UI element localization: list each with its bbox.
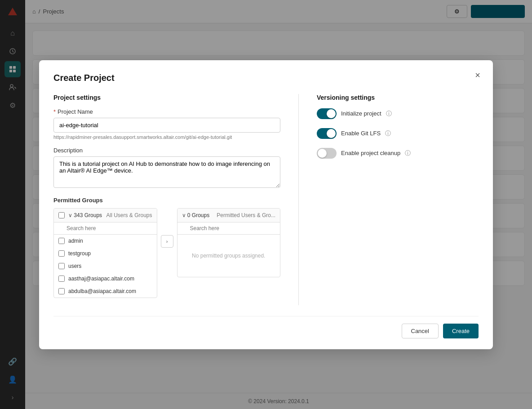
description-textarea[interactable] <box>53 156 280 188</box>
groups-left-header: ∨ 343 Groups All Users & Groups <box>54 209 157 222</box>
group-checkbox-testgroup[interactable] <box>58 250 65 257</box>
groups-right-search-wrapper: 🔍 <box>177 222 280 235</box>
description-field: Description <box>53 147 280 190</box>
groups-left-list: admin testgroup users <box>54 235 157 298</box>
groups-right-filter: Permitted Users & Gro... <box>217 212 275 218</box>
initialize-project-toggle[interactable] <box>317 108 337 119</box>
group-name-admin: admin <box>68 238 83 244</box>
groups-left-filter: All Users & Groups <box>106 212 152 218</box>
groups-right-list: No permitted groups assigned. <box>177 235 280 277</box>
groups-empty-message: No permitted groups assigned. <box>177 235 280 277</box>
enable-cleanup-info-icon[interactable]: ⓘ <box>405 149 411 157</box>
group-checkbox-users[interactable] <box>58 263 65 269</box>
groups-left-count: ∨ 343 Groups <box>68 212 102 218</box>
permitted-groups-field: Permitted Groups ∨ 343 Groups All Users … <box>53 197 280 298</box>
toggle-knob-cleanup <box>318 149 327 158</box>
cancel-button[interactable]: Cancel <box>402 324 439 338</box>
enable-git-lfs-info-icon[interactable]: ⓘ <box>385 129 391 138</box>
group-name-testgroup: testgroup <box>68 250 91 257</box>
modal-title: Create Project <box>53 73 479 83</box>
project-name-input[interactable] <box>53 118 280 133</box>
groups-right-panel: ∨ 0 Groups Permitted Users & Gro... 🔍 <box>177 208 281 277</box>
project-settings-title: Project settings <box>53 94 280 101</box>
groups-right-header: ∨ 0 Groups Permitted Users & Gro... <box>177 209 280 222</box>
groups-right-count: ∨ 0 Groups <box>182 212 213 218</box>
groups-transfer: ∨ 343 Groups All Users & Groups 🔍 <box>53 208 280 298</box>
list-item[interactable]: abdulba@asiapac.altair.com <box>54 285 157 298</box>
groups-select-all-checkbox[interactable] <box>58 212 65 218</box>
initialize-project-info-icon[interactable]: ⓘ <box>386 110 392 118</box>
modal-left-section: Project settings * Project Name https://… <box>53 94 280 305</box>
enable-cleanup-toggle[interactable] <box>317 148 337 159</box>
project-url-hint: https://rapidminer-presales.dasupport.sm… <box>53 134 280 140</box>
enable-git-lfs-label: Enable Git LFS <box>341 130 381 137</box>
list-item[interactable]: aasthaj@asiapac.altair.com <box>54 272 157 285</box>
group-checkbox-aasthaj[interactable] <box>58 276 65 282</box>
list-item[interactable]: testgroup <box>54 247 157 260</box>
initialize-project-label: Initialize project <box>341 110 381 117</box>
description-label: Description <box>53 147 280 154</box>
groups-left-panel: ∨ 343 Groups All Users & Groups 🔍 <box>53 208 157 298</box>
group-name-aasthaj: aasthaj@asiapac.altair.com <box>68 276 134 282</box>
toggle-row-git-lfs: Enable Git LFS ⓘ <box>317 128 479 139</box>
list-item[interactable]: admin <box>54 235 157 247</box>
modal-right-section: Versioning settings Initialize project ⓘ… <box>317 94 479 305</box>
create-button[interactable]: Create <box>443 324 479 338</box>
required-star: * <box>53 108 56 115</box>
groups-left-search[interactable] <box>54 222 157 235</box>
modal-overlay: Create Project × Project settings * Proj… <box>0 0 532 409</box>
transfer-buttons: › <box>161 208 173 248</box>
group-name-abdulba: abdulba@asiapac.altair.com <box>68 288 136 294</box>
toggle-row-cleanup: Enable project cleanup ⓘ <box>317 148 479 159</box>
modal-divider <box>298 94 299 305</box>
transfer-right-button[interactable]: › <box>161 235 173 248</box>
versioning-settings-title: Versioning settings <box>317 94 479 101</box>
toggle-row-initialize: Initialize project ⓘ <box>317 108 479 119</box>
groups-left-search-wrapper: 🔍 <box>54 222 157 235</box>
group-checkbox-abdulba[interactable] <box>58 288 65 294</box>
modal-footer: Cancel Create <box>53 316 479 338</box>
enable-git-lfs-toggle[interactable] <box>317 128 337 139</box>
project-name-field: * Project Name https://rapidminer-presal… <box>53 108 280 140</box>
project-name-label: * Project Name <box>53 108 280 115</box>
modal-close-button[interactable]: × <box>471 69 484 82</box>
group-name-users: users <box>68 263 81 269</box>
toggle-knob-git-lfs <box>327 129 336 138</box>
enable-cleanup-label: Enable project cleanup <box>341 150 400 156</box>
group-checkbox-admin[interactable] <box>58 238 65 244</box>
groups-right-search[interactable] <box>177 222 280 235</box>
create-project-modal: Create Project × Project settings * Proj… <box>39 60 493 349</box>
toggle-knob-initialize <box>327 109 336 118</box>
list-item[interactable]: users <box>54 260 157 272</box>
permitted-groups-label: Permitted Groups <box>53 197 280 204</box>
